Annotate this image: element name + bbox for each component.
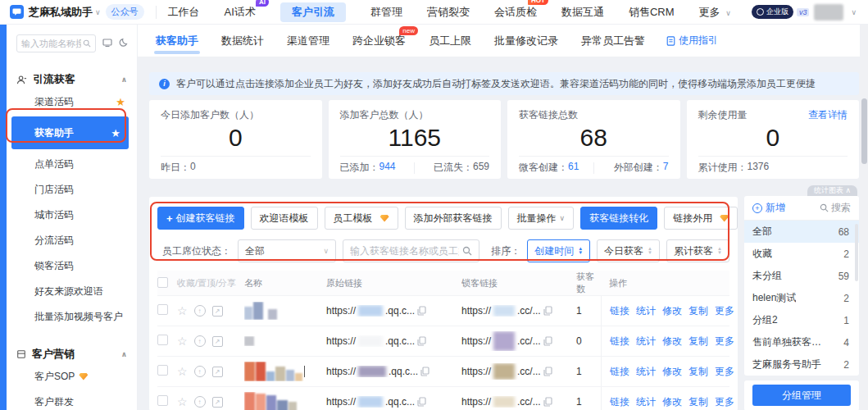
sidebar-item-batch-video-customers[interactable]: 批量添加视频号客户	[7, 306, 137, 327]
tab-channel-management[interactable]: 渠道管理	[285, 25, 331, 57]
action-link[interactable]: 链接	[610, 365, 629, 379]
action-copy[interactable]: 复制	[688, 365, 708, 379]
copy-icon[interactable]	[417, 306, 426, 316]
nav-item-marketing-fission[interactable]: 营销裂变	[427, 2, 470, 22]
share-icon[interactable]: ↗	[212, 397, 223, 408]
action-modify[interactable]: 修改	[662, 395, 682, 409]
action-stats[interactable]: 统计	[636, 365, 656, 379]
user-chevron-down-icon[interactable]: ∨	[851, 8, 857, 16]
create-link-button[interactable]: +创建获客链接	[157, 207, 244, 230]
link-external-button[interactable]: 链接外用	[664, 207, 738, 230]
user-avatar[interactable]	[814, 4, 843, 20]
card-footer-value[interactable]: 7	[663, 161, 669, 175]
sidebar-item-acquisition-assistant[interactable]: 获客助手★	[11, 116, 129, 149]
group-item-helen-test[interactable]: helen测试2	[744, 287, 859, 309]
tab-data-statistics[interactable]: 数据统计	[220, 25, 266, 57]
nav-item-ai-script[interactable]: AI话术AI	[225, 2, 256, 22]
group-item-all[interactable]: 全部68	[744, 221, 859, 243]
nav-item-workbench[interactable]: 工作台	[168, 2, 200, 22]
copy-icon[interactable]	[543, 336, 552, 346]
action-more[interactable]: 更多	[715, 304, 734, 318]
tab-abnormal-staff-alert[interactable]: 异常员工告警	[579, 25, 647, 57]
sidebar-item-lock-code[interactable]: 锁客活码	[7, 255, 137, 276]
nav-item-more[interactable]: 更多 ∨	[699, 2, 734, 22]
card-footer-value[interactable]: 61	[568, 161, 579, 175]
sidebar-section-marketing[interactable]: 客户营销 ∧	[7, 347, 137, 362]
action-copy[interactable]: 复制	[688, 395, 708, 409]
action-link[interactable]: 链接	[610, 335, 629, 348]
action-link[interactable]: 链接	[610, 395, 629, 409]
group-manage-button[interactable]: 分组管理	[752, 385, 851, 406]
sidebar-search-input[interactable]: 输入功能名称搜索	[16, 34, 96, 52]
share-icon[interactable]: ↗	[212, 367, 223, 377]
copy-icon[interactable]	[420, 367, 429, 376]
action-more[interactable]: 更多	[715, 335, 734, 348]
action-copy[interactable]: 复制	[688, 304, 708, 318]
group-item-group2[interactable]: 分组21	[744, 309, 859, 331]
copy-icon[interactable]	[543, 367, 552, 376]
panel-scrollbar-thumb[interactable]	[855, 224, 858, 281]
group-item-ungrouped[interactable]: 未分组59	[744, 265, 859, 287]
sidebar-section-acquisition[interactable]: 引流获客 ∧	[7, 72, 137, 87]
sidebar-item-customer-sop[interactable]: 客户SOP	[7, 366, 137, 387]
favorite-star-icon[interactable]: ★	[116, 96, 125, 108]
action-modify[interactable]: 修改	[662, 365, 682, 379]
chart-collapse-tab[interactable]: 统计图表 ∧	[807, 185, 857, 196]
sidebar-item-friend-source-welcome[interactable]: 好友来源欢迎语	[7, 280, 137, 302]
copy-icon[interactable]	[543, 397, 552, 407]
tab-cross-company-lock[interactable]: 跨企业锁客new	[351, 25, 407, 57]
row-checkbox[interactable]	[157, 304, 168, 315]
seat-status-select[interactable]: 全部∨	[238, 239, 336, 262]
copy-icon[interactable]	[417, 397, 426, 407]
nav-item-chat-inspection[interactable]: 会话质检HOT	[494, 2, 537, 22]
batch-operation-button[interactable]: 批量操作∨	[508, 207, 575, 230]
link-search-input[interactable]: 输入获客链接名称或员工姓名进行查询	[343, 239, 479, 262]
scrollbar-thumb[interactable]	[861, 98, 867, 164]
view-details-link[interactable]: 查看详情	[808, 108, 848, 122]
pin-top-icon[interactable]: ↑	[194, 396, 206, 408]
row-checkbox[interactable]	[157, 335, 168, 345]
pin-top-icon[interactable]: ↑	[194, 305, 206, 317]
staff-template-button[interactable]: 员工模板	[325, 207, 398, 230]
sort-by-total[interactable]: 累计获客▲▼	[666, 239, 729, 262]
star-icon[interactable]: ☆	[177, 395, 188, 408]
action-stats[interactable]: 统计	[636, 304, 656, 318]
select-all-checkbox[interactable]	[157, 277, 168, 288]
card-footer-value[interactable]: 944	[379, 161, 396, 175]
feedback-icon[interactable]	[102, 38, 112, 49]
add-group-button[interactable]: +新增	[752, 201, 785, 215]
copy-icon[interactable]	[417, 336, 426, 346]
sidebar-item-split-code[interactable]: 分流活码	[7, 230, 137, 251]
nav-item-sales-crm[interactable]: 销售CRM	[629, 2, 675, 22]
star-icon[interactable]: ☆	[177, 365, 188, 378]
group-search-button[interactable]: 搜索	[820, 201, 851, 215]
add-external-link-button[interactable]: 添加外部获客链接	[405, 207, 502, 230]
collapse-chevron-up-icon[interactable]: ∧	[121, 350, 127, 358]
favorite-star-icon[interactable]: ★	[111, 127, 120, 139]
sidebar-item-channel-code[interactable]: 渠道活码★	[7, 91, 137, 112]
star-icon[interactable]: ☆	[177, 304, 188, 317]
sidebar-item-customer-broadcast[interactable]: 客户群发	[7, 391, 137, 410]
pin-top-icon[interactable]: ↑	[194, 335, 206, 347]
collapse-chevron-up-icon[interactable]: ∧	[121, 75, 127, 84]
nav-item-customer-acquisition[interactable]: 客户引流	[280, 2, 346, 22]
page-scrollbar[interactable]	[860, 25, 868, 410]
action-stats[interactable]: 统计	[636, 395, 656, 409]
account-type-link[interactable]: 公众号	[106, 4, 144, 20]
welcome-template-button[interactable]: 欢迎语模板	[251, 207, 318, 230]
sidebar-item-order-code[interactable]: 点单活码	[7, 153, 137, 175]
action-more[interactable]: 更多	[715, 395, 734, 409]
dark-mode-icon[interactable]	[119, 38, 129, 49]
group-item-service-assistant[interactable]: 芝麻服务号助手2	[744, 353, 859, 376]
nav-item-data-interchange[interactable]: 数据互通	[561, 2, 604, 22]
pin-top-icon[interactable]: ↑	[194, 366, 206, 377]
sort-by-today[interactable]: 今日获客▲▼	[597, 239, 660, 262]
tab-acquisition-assistant[interactable]: 获客助手	[154, 25, 200, 57]
brand-chevron-down-icon[interactable]: ∨	[95, 8, 101, 16]
group-item-presales[interactable]: 售前单独获客链...4	[744, 331, 859, 353]
star-icon[interactable]: ☆	[177, 335, 188, 348]
usage-guide-link[interactable]: 使用指引	[666, 34, 718, 48]
tab-batch-modify-record[interactable]: 批量修改记录	[493, 25, 560, 57]
action-modify[interactable]: 修改	[662, 304, 682, 318]
row-checkbox[interactable]	[157, 365, 168, 376]
